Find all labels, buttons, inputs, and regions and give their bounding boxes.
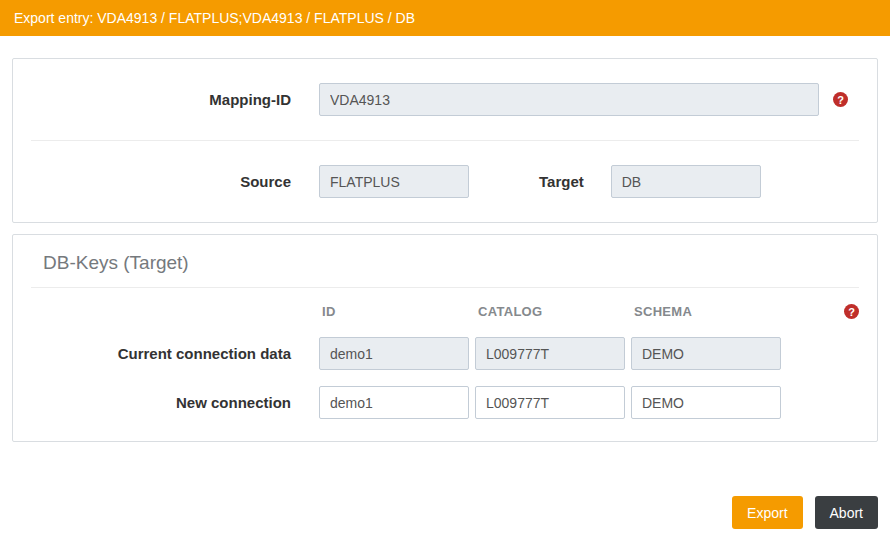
current-connection-label: Current connection data	[43, 345, 291, 362]
dbkeys-title-row: DB-Keys (Target)	[13, 235, 877, 287]
mapping-id-input[interactable]	[319, 83, 819, 116]
column-header-id: ID	[319, 304, 469, 319]
new-id-input[interactable]	[319, 386, 469, 419]
new-schema-input[interactable]	[631, 386, 781, 419]
export-button[interactable]: Export	[732, 496, 802, 529]
mapping-id-label: Mapping-ID	[43, 91, 291, 108]
footer-actions: Export Abort	[732, 496, 878, 529]
dbkeys-header-row: ID CATALOG SCHEMA ?	[43, 304, 859, 319]
source-label: Source	[43, 173, 291, 190]
dbkeys-table: ID CATALOG SCHEMA ? Current connection d…	[13, 288, 877, 441]
mapping-id-row: Mapping-ID ?	[13, 59, 877, 140]
mapping-panel: Mapping-ID ? Source Target	[12, 58, 878, 223]
column-header-catalog: CATALOG	[475, 304, 625, 319]
abort-button[interactable]: Abort	[815, 496, 878, 529]
dbkeys-title: DB-Keys (Target)	[43, 252, 189, 273]
mapping-help-icon[interactable]: ?	[833, 92, 848, 107]
current-catalog-input[interactable]	[475, 337, 625, 370]
table-row-new-connection: New connection	[43, 386, 859, 419]
source-target-row: Source Target	[13, 141, 877, 222]
column-header-schema: SCHEMA	[631, 304, 781, 319]
dialog-title: Export entry: VDA4913 / FLATPLUS;VDA4913…	[14, 10, 415, 26]
current-id-input[interactable]	[319, 337, 469, 370]
target-label: Target	[539, 173, 584, 190]
source-input[interactable]	[319, 165, 469, 198]
dialog-header: Export entry: VDA4913 / FLATPLUS;VDA4913…	[0, 0, 890, 36]
dbkeys-help-icon[interactable]: ?	[844, 304, 859, 319]
target-input[interactable]	[611, 165, 761, 198]
current-schema-input[interactable]	[631, 337, 781, 370]
dbkeys-panel: DB-Keys (Target) ID CATALOG SCHEMA ? Cur…	[12, 234, 878, 442]
new-catalog-input[interactable]	[475, 386, 625, 419]
table-row-current-connection: Current connection data	[43, 337, 859, 370]
new-connection-label: New connection	[43, 394, 291, 411]
